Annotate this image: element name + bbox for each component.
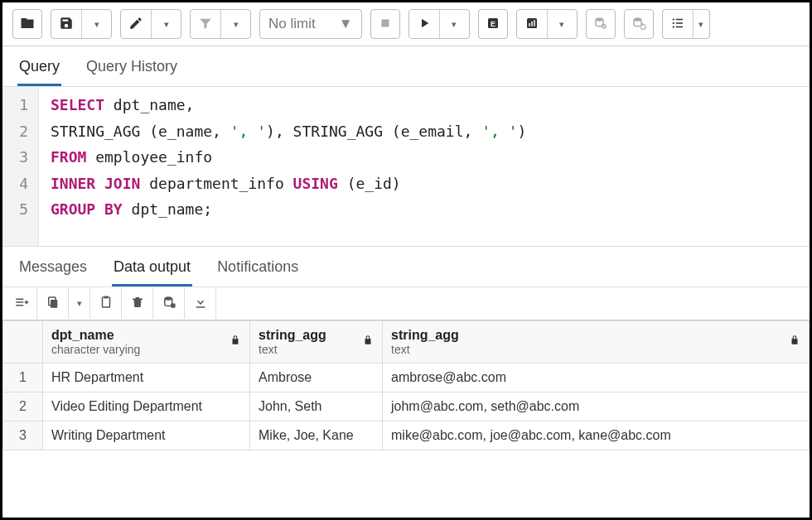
copy-dropdown[interactable]: ▾ xyxy=(69,287,90,319)
macros-button[interactable] xyxy=(663,10,693,38)
rownum-header xyxy=(3,320,43,363)
trash-icon xyxy=(130,295,145,312)
paste-button[interactable] xyxy=(90,287,122,319)
save-icon xyxy=(59,16,74,33)
copy-icon xyxy=(46,295,60,312)
analyze-dropdown[interactable]: ▾ xyxy=(547,10,577,38)
db-save-icon xyxy=(162,295,176,312)
svg-point-9 xyxy=(634,17,641,22)
chevron-down-icon: ▼ xyxy=(339,16,353,32)
cell[interactable]: ambrose@abc.com xyxy=(383,363,810,392)
svg-point-7 xyxy=(596,17,603,22)
result-toolbar: ▾ xyxy=(2,287,810,320)
download-button[interactable] xyxy=(185,287,216,319)
tab-query-history[interactable]: Query History xyxy=(85,53,179,86)
filter-dropdown[interactable]: ▾ xyxy=(220,10,250,38)
svg-rect-13 xyxy=(675,22,682,24)
open-file-button[interactable] xyxy=(12,9,42,39)
svg-point-14 xyxy=(672,26,674,27)
db-commit-icon xyxy=(593,16,608,33)
sql-editor[interactable]: 1 2 3 4 5 SELECT dpt_name, STRING_AGG (e… xyxy=(2,87,810,246)
run-button[interactable] xyxy=(409,10,439,38)
col-header-3[interactable]: string_agg text xyxy=(383,320,810,363)
table-row[interactable]: 3 Writing Department Mike, Joe, Kane mik… xyxy=(3,421,810,450)
folder-icon xyxy=(20,16,35,33)
svg-rect-5 xyxy=(531,21,533,26)
cell[interactable]: Ambrose xyxy=(250,363,383,392)
svg-rect-20 xyxy=(26,300,27,304)
run-dropdown[interactable]: ▾ xyxy=(439,10,469,38)
results-table: dpt_name character varying string_agg te… xyxy=(2,320,810,450)
stop-button[interactable] xyxy=(370,9,400,39)
cell[interactable]: mike@abc.com, joe@abc.com, kane@abc.com xyxy=(383,421,810,450)
save-button-group: ▾ xyxy=(51,9,112,39)
svg-rect-6 xyxy=(534,20,535,26)
chevron-down-icon: ▾ xyxy=(164,19,169,30)
chevron-down-icon: ▾ xyxy=(452,19,457,30)
svg-rect-4 xyxy=(529,23,530,26)
chevron-down-icon: ▾ xyxy=(94,19,99,30)
chevron-down-icon: ▾ xyxy=(559,19,564,30)
svg-rect-0 xyxy=(381,19,389,26)
commit-button[interactable] xyxy=(586,9,616,39)
explain-icon: E xyxy=(486,16,500,33)
tab-notifications[interactable]: Notifications xyxy=(215,253,300,286)
filter-button[interactable] xyxy=(191,10,220,38)
table-row[interactable]: 1 HR Department Ambrose ambrose@abc.com xyxy=(3,363,810,392)
edit-button-group: ▾ xyxy=(120,9,181,39)
add-row-icon xyxy=(14,295,29,312)
limit-label: No limit xyxy=(268,16,316,32)
delete-button[interactable] xyxy=(122,287,153,319)
filter-icon xyxy=(198,16,213,33)
download-icon xyxy=(193,295,208,312)
save-dropdown[interactable]: ▾ xyxy=(81,10,111,38)
editor-tabs: Query Query History xyxy=(2,46,810,87)
tab-query[interactable]: Query xyxy=(17,53,61,86)
explain-button[interactable]: E xyxy=(478,9,508,39)
cell[interactable]: Video Editing Department xyxy=(43,392,250,421)
paste-icon xyxy=(99,295,114,312)
db-rollback-icon xyxy=(631,16,646,33)
tab-messages[interactable]: Messages xyxy=(17,253,89,286)
chart-icon xyxy=(524,16,539,33)
analyze-button[interactable] xyxy=(517,10,547,38)
col-header-2[interactable]: string_agg text xyxy=(250,320,383,363)
row-limit-select[interactable]: No limit ▼ xyxy=(259,9,362,39)
cell[interactable]: John, Seth xyxy=(250,392,383,421)
macros-dropdown[interactable]: ▾ xyxy=(693,10,709,38)
result-tabs: Messages Data output Notifications xyxy=(2,246,810,287)
analyze-button-group: ▾ xyxy=(516,9,578,39)
save-button[interactable] xyxy=(51,10,81,38)
chevron-down-icon: ▾ xyxy=(77,298,82,309)
cell[interactable]: Mike, Joe, Kane xyxy=(250,421,383,450)
macros-button-group: ▾ xyxy=(662,9,710,39)
add-row-button[interactable] xyxy=(6,287,37,319)
svg-rect-21 xyxy=(51,300,57,308)
svg-rect-23 xyxy=(102,297,109,307)
cell[interactable]: HR Department xyxy=(43,363,250,392)
code-area[interactable]: SELECT dpt_name, STRING_AGG (e_name, ', … xyxy=(39,87,538,246)
cell[interactable]: johm@abc.com, seth@abc.com xyxy=(383,392,810,421)
svg-point-10 xyxy=(672,18,674,20)
edit-button[interactable] xyxy=(121,10,151,38)
svg-rect-11 xyxy=(675,18,682,20)
cell[interactable]: Writing Department xyxy=(43,421,250,450)
play-icon xyxy=(417,16,432,33)
save-data-button[interactable] xyxy=(153,287,185,319)
main-toolbar: ▾ ▾ ▾ No limit ▼ ▾ E ▾ ▾ xyxy=(2,2,810,46)
svg-rect-15 xyxy=(675,26,682,27)
svg-text:E: E xyxy=(490,19,495,27)
chevron-down-icon: ▾ xyxy=(698,19,703,30)
lock-icon xyxy=(362,335,374,349)
svg-rect-24 xyxy=(104,296,108,298)
copy-button[interactable] xyxy=(37,287,69,319)
svg-rect-16 xyxy=(16,298,23,300)
col-header-1[interactable]: dpt_name character varying xyxy=(43,320,250,363)
svg-point-12 xyxy=(672,22,674,23)
rollback-button[interactable] xyxy=(624,9,654,39)
lock-icon xyxy=(789,335,800,349)
svg-rect-26 xyxy=(171,303,175,307)
table-row[interactable]: 2 Video Editing Department John, Seth jo… xyxy=(3,392,810,421)
tab-data-output[interactable]: Data output xyxy=(112,253,192,286)
edit-dropdown[interactable]: ▾ xyxy=(151,10,181,38)
